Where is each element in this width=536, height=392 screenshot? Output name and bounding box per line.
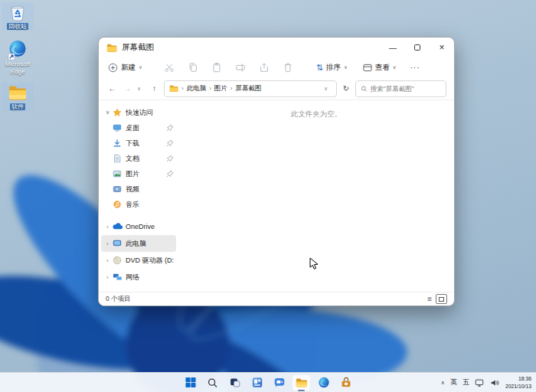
- sidebar-item-pictures[interactable]: 图片: [101, 166, 176, 181]
- sidebar-item-this-pc[interactable]: › 此电脑: [101, 235, 176, 252]
- sidebar-item-label: 图片: [126, 169, 139, 179]
- breadcrumb-this-pc[interactable]: 此电脑: [187, 84, 207, 93]
- chevron-right-icon: ›: [103, 241, 112, 247]
- sidebar-item-label: DVD 驱动器 (D:) C: [126, 256, 174, 266]
- edge-icon: [8, 40, 28, 60]
- refresh-button[interactable]: ↻: [341, 84, 351, 93]
- plus-circle-icon: [108, 63, 118, 73]
- sidebar-item-label: 文档: [126, 154, 139, 164]
- sidebar-item-desktop[interactable]: 桌面: [101, 120, 176, 136]
- widgets-button[interactable]: [248, 374, 266, 391]
- document-icon: [112, 154, 123, 164]
- ime-language-indicator[interactable]: 英: [450, 377, 457, 387]
- forward-button[interactable]: →: [122, 84, 133, 93]
- breadcrumb-separator: ›: [181, 85, 184, 92]
- search-icon: [208, 377, 218, 388]
- ime-mode-indicator[interactable]: 五: [462, 377, 469, 387]
- dvd-disc-icon: [112, 256, 123, 266]
- window-folder-icon: [106, 43, 117, 53]
- empty-folder-message: 此文件夹为空。: [291, 109, 342, 119]
- start-button[interactable]: [181, 374, 200, 391]
- breadcrumb-folder-icon: [169, 84, 178, 93]
- desktop-icon-microsoft-edge[interactable]: Microsoft Edge: [2, 40, 34, 75]
- address-dropdown-button[interactable]: ∨: [324, 86, 332, 92]
- delete-button[interactable]: [283, 62, 293, 73]
- windows-start-icon: [185, 377, 196, 388]
- sidebar-item-label: 此电脑: [126, 239, 146, 249]
- delete-icon: [283, 62, 293, 73]
- explorer-window: 屏幕截图 — × 新建 ∨: [98, 37, 455, 306]
- search-input[interactable]: [371, 85, 441, 93]
- task-view-button[interactable]: [226, 374, 244, 391]
- close-button[interactable]: ×: [430, 38, 454, 57]
- clock[interactable]: 18:36 2021/10/13: [505, 375, 533, 389]
- sidebar-item-label: 快速访问: [126, 108, 153, 118]
- music-icon: [112, 200, 123, 210]
- pin-icon: [166, 155, 174, 162]
- sidebar-item-dvd-drive[interactable]: › DVD 驱动器 (D:) C: [101, 252, 176, 269]
- task-view-icon: [229, 377, 240, 388]
- cut-icon: [164, 62, 175, 73]
- rename-icon: [235, 62, 246, 73]
- view-button[interactable]: 查看 ∨: [363, 63, 397, 73]
- up-button[interactable]: ↑: [149, 84, 160, 93]
- desktop-icon-folder[interactable]: 软件: [2, 83, 34, 111]
- sort-button[interactable]: ⇅ 排序 ∨: [316, 63, 348, 73]
- address-bar: ← → ∨ ↑ › 此电脑 › 图片 › 屏幕截图 ∨ ↻: [99, 77, 454, 100]
- network-icon: [112, 273, 123, 283]
- sidebar-item-downloads[interactable]: 下载: [101, 136, 176, 151]
- breadcrumb-separator: ›: [230, 85, 233, 92]
- back-button[interactable]: ←: [106, 84, 118, 93]
- view-button-label: 查看: [375, 63, 390, 73]
- cut-button[interactable]: [164, 62, 175, 73]
- search-box[interactable]: [355, 80, 446, 97]
- chevron-down-icon: ∨: [103, 109, 112, 116]
- desktop-icon-label: 软件: [2, 103, 34, 111]
- desktop-icon-label: Microsoft Edge: [2, 60, 34, 75]
- videos-icon: [112, 185, 123, 194]
- new-button[interactable]: 新建 ∨: [108, 63, 142, 73]
- file-explorer-button[interactable]: [293, 374, 311, 391]
- item-count: 0 个项目: [106, 295, 131, 304]
- paste-icon: [211, 62, 222, 73]
- chat-button[interactable]: [270, 374, 289, 391]
- desktop-icon-recycle-bin[interactable]: 回收站: [2, 2, 34, 31]
- sidebar-item-quick-access[interactable]: ∨ 快速访问: [101, 105, 176, 120]
- recent-locations-button[interactable]: ∨: [137, 86, 145, 92]
- chevron-down-icon: ∨: [393, 64, 397, 70]
- chevron-down-icon: ∨: [139, 64, 142, 70]
- sidebar-item-label: 视频: [126, 185, 139, 194]
- store-button[interactable]: [337, 374, 355, 391]
- sidebar-item-documents[interactable]: 文档: [101, 151, 176, 166]
- sidebar-item-music[interactable]: 音乐: [101, 197, 176, 212]
- breadcrumb[interactable]: › 此电脑 › 图片 › 屏幕截图 ∨: [164, 80, 337, 97]
- maximize-button[interactable]: [405, 38, 430, 57]
- copy-icon: [188, 62, 198, 73]
- pin-icon: [166, 170, 174, 178]
- tray-date: 2021/10/13: [505, 383, 531, 390]
- sidebar-item-videos[interactable]: 视频: [101, 181, 176, 197]
- hidden-icons-button[interactable]: ∧: [441, 380, 445, 386]
- share-button[interactable]: [259, 62, 270, 73]
- thumbnail-view-button[interactable]: [436, 294, 447, 304]
- pictures-icon: [112, 169, 123, 179]
- sidebar-item-network[interactable]: › 网络: [101, 269, 176, 286]
- breadcrumb-screenshots[interactable]: 屏幕截图: [236, 84, 262, 93]
- copy-button[interactable]: [188, 62, 198, 73]
- details-view-button[interactable]: ≡: [427, 296, 432, 303]
- see-more-button[interactable]: ···: [410, 64, 420, 72]
- search-button[interactable]: [204, 374, 222, 391]
- desktop: 回收站 Microsoft Edge 软件: [0, 0, 536, 392]
- rename-button[interactable]: [235, 62, 246, 73]
- breadcrumb-pictures[interactable]: 图片: [214, 84, 227, 93]
- network-status-icon[interactable]: [475, 377, 485, 387]
- paste-button[interactable]: [211, 62, 222, 73]
- new-button-label: 新建: [121, 63, 136, 73]
- titlebar[interactable]: 屏幕截图 — ×: [99, 38, 454, 57]
- recycle-bin-icon: [8, 2, 28, 22]
- edge-button[interactable]: [315, 374, 333, 391]
- sidebar-item-onedrive[interactable]: › OneDrive: [101, 218, 176, 235]
- minimize-button[interactable]: —: [381, 38, 405, 57]
- volume-icon[interactable]: [490, 377, 500, 387]
- desktop-icon: [112, 123, 123, 133]
